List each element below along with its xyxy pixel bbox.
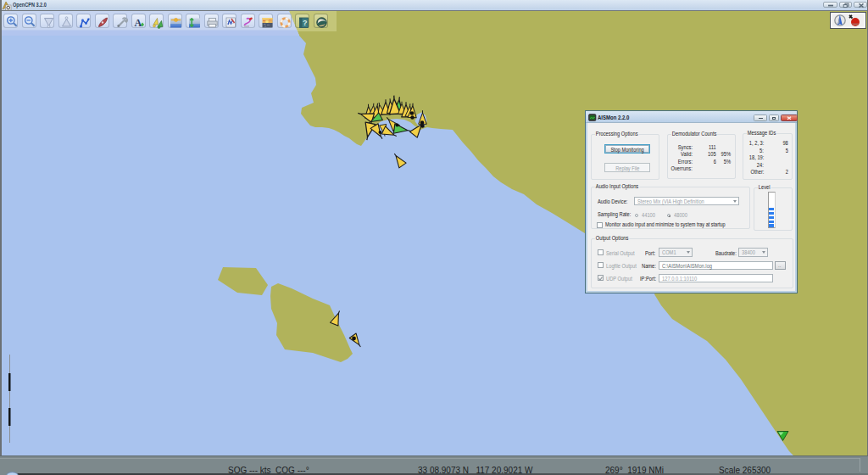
svg-text:?: ? xyxy=(303,19,308,27)
svg-text:A: A xyxy=(135,16,142,28)
